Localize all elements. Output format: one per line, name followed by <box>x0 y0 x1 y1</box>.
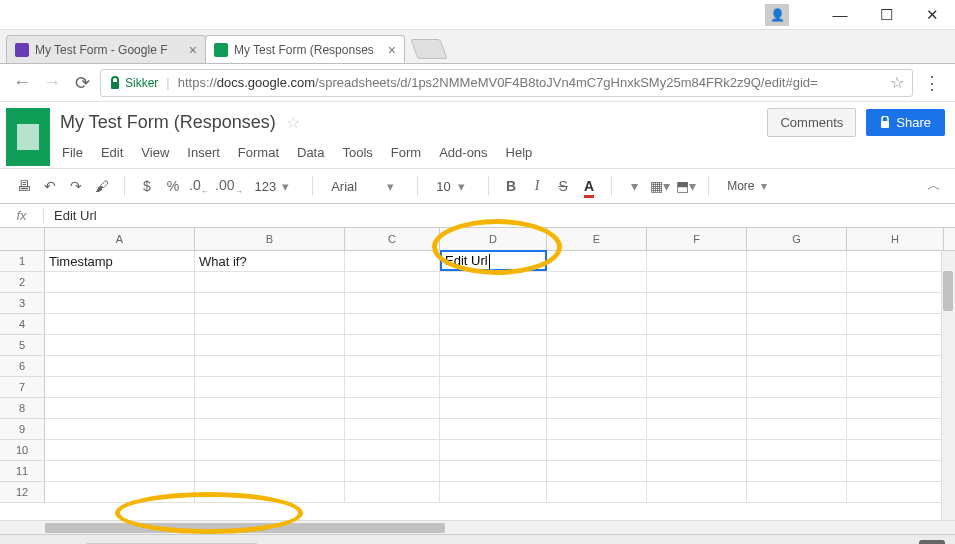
column-header-F[interactable]: F <box>647 228 747 250</box>
cell[interactable] <box>195 440 345 460</box>
cell[interactable] <box>440 377 547 397</box>
font-size-dropdown[interactable]: 10▾ <box>430 179 476 194</box>
user-account-icon[interactable]: 👤 <box>765 4 789 26</box>
row-header[interactable]: 2 <box>0 272 45 293</box>
cell[interactable] <box>45 272 195 292</box>
column-header-B[interactable]: B <box>195 228 345 250</box>
cell[interactable] <box>547 377 647 397</box>
cell[interactable] <box>345 251 440 271</box>
cell[interactable] <box>440 482 547 502</box>
window-close-button[interactable]: ✕ <box>917 3 947 27</box>
cell[interactable] <box>747 398 847 418</box>
column-header-H[interactable]: H <box>847 228 944 250</box>
cell[interactable] <box>747 314 847 334</box>
cell[interactable] <box>547 293 647 313</box>
cell[interactable] <box>747 293 847 313</box>
cell[interactable] <box>847 293 944 313</box>
row-header[interactable]: 1 <box>0 251 45 272</box>
cell[interactable] <box>195 377 345 397</box>
close-icon[interactable]: × <box>388 42 396 58</box>
row-header[interactable]: 4 <box>0 314 45 335</box>
cell[interactable] <box>195 272 345 292</box>
cell[interactable] <box>45 398 195 418</box>
star-document-icon[interactable]: ☆ <box>286 113 300 132</box>
menu-file[interactable]: File <box>62 145 83 160</box>
cell[interactable] <box>45 314 195 334</box>
decrease-decimal-button[interactable]: .0← <box>189 177 209 196</box>
window-minimize-button[interactable]: — <box>825 3 855 27</box>
cell[interactable] <box>440 440 547 460</box>
redo-icon[interactable]: ↷ <box>66 178 86 194</box>
menu-insert[interactable]: Insert <box>187 145 220 160</box>
new-tab-button[interactable] <box>410 39 447 59</box>
cell[interactable] <box>345 377 440 397</box>
cell[interactable] <box>647 482 747 502</box>
font-family-dropdown[interactable]: Arial▾ <box>325 179 405 194</box>
menu-help[interactable]: Help <box>506 145 533 160</box>
horizontal-scrollbar[interactable] <box>0 520 955 534</box>
window-maximize-button[interactable]: ☐ <box>871 3 901 27</box>
format-currency-button[interactable]: $ <box>137 178 157 194</box>
cell[interactable] <box>847 419 944 439</box>
cell[interactable] <box>747 272 847 292</box>
cell[interactable] <box>647 377 747 397</box>
cell[interactable] <box>647 440 747 460</box>
cell[interactable] <box>747 419 847 439</box>
column-header-E[interactable]: E <box>547 228 647 250</box>
browser-menu-button[interactable]: ⋮ <box>919 72 945 94</box>
cell[interactable] <box>847 440 944 460</box>
cell[interactable] <box>45 440 195 460</box>
cell[interactable] <box>345 335 440 355</box>
cell[interactable] <box>440 272 547 292</box>
cell[interactable] <box>547 272 647 292</box>
menu-edit[interactable]: Edit <box>101 145 123 160</box>
cell[interactable] <box>647 251 747 271</box>
increase-decimal-button[interactable]: .00→ <box>215 177 242 196</box>
format-percent-button[interactable]: % <box>163 178 183 194</box>
active-cell-editor[interactable]: Edit Url <box>440 250 547 271</box>
menu-addons[interactable]: Add-ons <box>439 145 487 160</box>
row-header[interactable]: 9 <box>0 419 45 440</box>
cell[interactable] <box>647 356 747 376</box>
cell[interactable] <box>847 377 944 397</box>
cell[interactable] <box>45 293 195 313</box>
sheets-home-button[interactable] <box>6 108 50 166</box>
cell[interactable] <box>847 482 944 502</box>
number-format-dropdown[interactable]: 123▾ <box>248 179 300 194</box>
cell[interactable] <box>195 314 345 334</box>
cell[interactable] <box>647 335 747 355</box>
comments-button[interactable]: Comments <box>767 108 856 137</box>
address-bar[interactable]: Sikker | https://docs.google.com/spreads… <box>100 69 913 97</box>
cell[interactable] <box>195 482 345 502</box>
cell[interactable]: Timestamp <box>45 251 195 271</box>
menu-format[interactable]: Format <box>238 145 279 160</box>
strikethrough-button[interactable]: S <box>553 178 573 194</box>
column-header-C[interactable]: C <box>345 228 440 250</box>
cell[interactable] <box>345 314 440 334</box>
cell[interactable] <box>747 251 847 271</box>
cell[interactable] <box>747 482 847 502</box>
paint-format-icon[interactable]: 🖌 <box>92 178 112 194</box>
row-header[interactable]: 5 <box>0 335 45 356</box>
cell[interactable] <box>440 293 547 313</box>
cell[interactable] <box>647 398 747 418</box>
cell[interactable] <box>647 461 747 481</box>
close-icon[interactable]: × <box>189 42 197 58</box>
spreadsheet-grid[interactable]: A B C D E F G H 123456789101112 Edit Url… <box>0 228 955 520</box>
cell[interactable] <box>345 482 440 502</box>
cell[interactable] <box>440 398 547 418</box>
cell[interactable]: What if? <box>195 251 345 271</box>
cell[interactable] <box>440 356 547 376</box>
cell[interactable] <box>440 419 547 439</box>
cell[interactable] <box>195 356 345 376</box>
cell[interactable] <box>45 419 195 439</box>
column-header-D[interactable]: D <box>440 228 547 250</box>
cell[interactable] <box>440 335 547 355</box>
fill-color-button[interactable]: ▾ <box>624 178 644 194</box>
forward-button[interactable]: → <box>40 72 64 93</box>
cell[interactable] <box>195 419 345 439</box>
undo-icon[interactable]: ↶ <box>40 178 60 194</box>
cell[interactable] <box>345 440 440 460</box>
row-header[interactable]: 8 <box>0 398 45 419</box>
cell[interactable] <box>345 272 440 292</box>
